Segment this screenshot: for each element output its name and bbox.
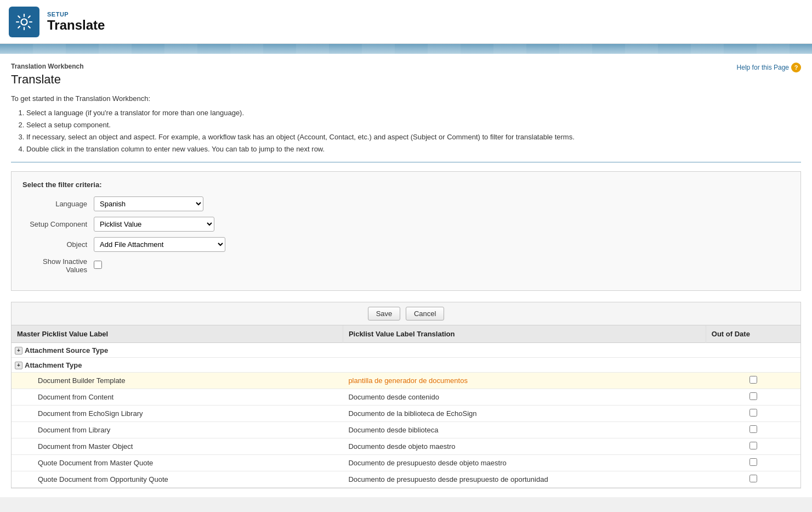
show-inactive-row: Show Inactive Values — [22, 257, 790, 274]
language-label: Language — [22, 200, 94, 208]
out-of-date-checkbox[interactable] — [749, 442, 757, 449]
translation-value[interactable]: Documento desde biblioteca — [343, 422, 706, 438]
component-control: Picklist Value Custom Label Custom Objec… — [94, 217, 214, 232]
app-header: SETUP Translate — [0, 0, 812, 44]
translation-value[interactable]: Documento desde objeto maestro — [343, 438, 706, 455]
help-link[interactable]: Help for this Page ? — [737, 63, 801, 72]
save-button[interactable]: Save — [368, 307, 401, 320]
group-name: Attachment Source Type — [25, 346, 108, 355]
table-row: Document from Master ObjectDocumento des… — [12, 438, 800, 455]
master-value: Document from Library — [12, 422, 343, 438]
translation-value[interactable]: Documento de presupuesto desde presupues… — [343, 471, 706, 488]
group-row: +Attachment Source Type — [12, 343, 800, 358]
toggle-icon[interactable]: + — [15, 347, 22, 355]
show-inactive-checkbox[interactable] — [94, 261, 102, 269]
out-of-date-checkbox[interactable] — [749, 392, 757, 400]
section-divider — [11, 162, 801, 162]
language-select[interactable]: Spanish French German Italian Portuguese… — [94, 196, 203, 211]
toggle-icon[interactable]: + — [15, 362, 22, 369]
out-of-date-cell — [706, 422, 800, 438]
translation-value[interactable]: Documento de presupuesto desde objeto ma… — [343, 455, 706, 471]
filter-section: Select the filter criteria: Language Spa… — [11, 171, 801, 291]
translation-table: Master Picklist Value Label Picklist Val… — [12, 325, 800, 488]
group-row: +Attachment Type — [12, 358, 800, 373]
app-title: Translate — [47, 18, 105, 33]
page-title: Translate — [11, 72, 801, 87]
translation-value[interactable]: Documento de la biblioteca de EchoSign — [343, 406, 706, 422]
col-header-translation: Picklist Value Label Translation — [343, 325, 706, 343]
out-of-date-checkbox[interactable] — [749, 425, 757, 433]
intro-step-1: Select a language (if you're a translato… — [26, 107, 801, 119]
cancel-button[interactable]: Cancel — [406, 307, 444, 320]
language-control: Spanish French German Italian Portuguese… — [94, 196, 203, 211]
show-inactive-control — [94, 261, 102, 271]
col-header-outofdate: Out of Date — [706, 325, 800, 343]
master-value: Document from EchoSign Library — [12, 406, 343, 422]
filter-title: Select the filter criteria: — [22, 181, 790, 189]
decorative-band — [0, 44, 812, 54]
app-icon — [9, 7, 39, 37]
table-row: Quote Document from Master QuoteDocument… — [12, 455, 800, 471]
table-row: Document from ContentDocumento desde con… — [12, 389, 800, 406]
object-row: Object Add File Attachment Account Conta… — [22, 237, 790, 252]
col-header-master: Master Picklist Value Label — [12, 325, 343, 343]
intro-lead: To get started in the Translation Workbe… — [11, 94, 801, 103]
master-value: Document from Content — [12, 389, 343, 406]
breadcrumb: Translation Workbench — [11, 63, 801, 70]
table-row: Document Builder Templateplantilla de ge… — [12, 373, 800, 389]
component-label: Setup Component — [22, 220, 94, 228]
group-name: Attachment Type — [25, 361, 82, 369]
out-of-date-checkbox[interactable] — [749, 376, 757, 384]
out-of-date-cell — [706, 438, 800, 455]
intro-step-4: Double click in the translation column t… — [26, 143, 801, 155]
table-section: Save Cancel Master Picklist Value Label … — [11, 302, 801, 488]
help-link-text: Help for this Page — [737, 64, 789, 71]
help-badge-icon: ? — [791, 63, 801, 72]
master-value: Quote Document from Master Quote — [12, 455, 343, 471]
out-of-date-checkbox[interactable] — [749, 409, 757, 417]
out-of-date-checkbox[interactable] — [749, 475, 757, 482]
gear-icon — [15, 13, 33, 31]
out-of-date-cell — [706, 471, 800, 488]
master-value: Document Builder Template — [12, 373, 343, 389]
table-body: +Attachment Source Type+Attachment TypeD… — [12, 343, 800, 488]
object-control: Add File Attachment Account Contact Lead… — [94, 237, 225, 252]
object-select[interactable]: Add File Attachment Account Contact Lead… — [94, 237, 225, 252]
intro-steps: Select a language (if you're a translato… — [26, 107, 801, 155]
group-toggle[interactable]: +Attachment Source Type — [15, 346, 108, 355]
intro-step-2: Select a setup component. — [26, 119, 801, 131]
table-row: Document from LibraryDocumento desde bib… — [12, 422, 800, 438]
out-of-date-checkbox[interactable] — [749, 458, 757, 466]
master-value: Quote Document from Opportunity Quote — [12, 471, 343, 488]
table-row: Document from EchoSign LibraryDocumento … — [12, 406, 800, 422]
object-label: Object — [22, 240, 94, 249]
setup-label: SETUP — [47, 11, 105, 18]
master-value: Document from Master Object — [12, 438, 343, 455]
language-row: Language Spanish French German Italian P… — [22, 196, 790, 211]
table-header-row: Master Picklist Value Label Picklist Val… — [12, 325, 800, 343]
out-of-date-cell — [706, 406, 800, 422]
svg-point-0 — [21, 19, 27, 25]
out-of-date-cell — [706, 389, 800, 406]
main-content: Help for this Page ? Translation Workben… — [0, 54, 812, 497]
intro-step-3: If necessary, select an object and aspec… — [26, 131, 801, 143]
group-toggle[interactable]: +Attachment Type — [15, 361, 82, 369]
header-text-block: SETUP Translate — [47, 11, 105, 33]
translation-value[interactable]: plantilla de generador de documentos — [343, 373, 706, 389]
component-select[interactable]: Picklist Value Custom Label Custom Objec… — [94, 217, 214, 232]
translation-value[interactable]: Documento desde contenido — [343, 389, 706, 406]
table-row: Quote Document from Opportunity QuoteDoc… — [12, 471, 800, 488]
out-of-date-cell — [706, 373, 800, 389]
component-row: Setup Component Picklist Value Custom La… — [22, 217, 790, 232]
show-inactive-label: Show Inactive Values — [22, 257, 94, 274]
table-toolbar: Save Cancel — [12, 302, 800, 325]
out-of-date-cell — [706, 455, 800, 471]
